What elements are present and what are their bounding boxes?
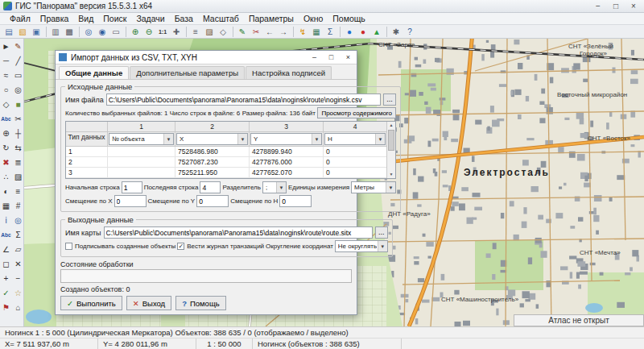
- rounding-select[interactable]: Не округлять▼: [335, 240, 388, 252]
- menu-item[interactable]: Масштаб: [198, 14, 244, 23]
- dialog-minimize-button[interactable]: –: [306, 51, 323, 64]
- flag-tool-icon[interactable]: ⚑: [0, 300, 12, 314]
- new-document-icon[interactable]: ▤: [2, 26, 15, 38]
- print-icon[interactable]: ▥: [49, 26, 62, 38]
- menu-item[interactable]: Файл: [5, 14, 35, 23]
- menu-item[interactable]: База: [170, 14, 198, 23]
- save-icon[interactable]: ▣: [30, 26, 43, 38]
- window-close-button[interactable]: ×: [625, 0, 642, 12]
- scale-1-1-icon[interactable]: 1:1: [156, 26, 169, 38]
- search-object-icon[interactable]: ◉: [96, 26, 109, 38]
- units-select[interactable]: Метры▼: [351, 181, 396, 193]
- help-icon[interactable]: ?: [403, 26, 416, 38]
- nodes-tool-icon[interactable]: ∴: [0, 169, 12, 184]
- line-tool-icon[interactable]: ─: [0, 53, 12, 68]
- offset-h-input[interactable]: [279, 195, 312, 207]
- plus-tool-icon[interactable]: +: [0, 271, 12, 285]
- measure-tool-icon[interactable]: ≣: [12, 155, 24, 169]
- output-browse-button[interactable]: ...: [375, 226, 388, 239]
- dialog-maximize-button[interactable]: □: [323, 51, 340, 64]
- area-tool-icon[interactable]: ▱: [12, 242, 24, 256]
- rotate-tool-icon[interactable]: ↻: [0, 140, 12, 155]
- label-tool-icon[interactable]: Abc: [0, 227, 12, 242]
- zoom-in-icon[interactable]: ⊕: [129, 26, 142, 38]
- star-tool-icon[interactable]: ☆: [12, 285, 24, 300]
- source-browse-button[interactable]: ...: [383, 93, 396, 106]
- transaction-log-checkbox[interactable]: Вести журнал транзакций: [177, 243, 264, 250]
- cut-icon[interactable]: ✂: [250, 26, 262, 38]
- tab-general-data[interactable]: Общие данные: [59, 66, 129, 79]
- table-row[interactable]: 37525211.9504277652.0700: [66, 168, 386, 178]
- object-list-icon[interactable]: ◇: [217, 26, 229, 38]
- merge-tool-icon[interactable]: ⊕: [0, 126, 12, 140]
- search-tool-icon[interactable]: ◎: [12, 213, 24, 227]
- create-object-icon[interactable]: ✎: [236, 26, 249, 38]
- minus-tool-icon[interactable]: −: [12, 271, 24, 285]
- curve-tool-icon[interactable]: ≈: [0, 68, 12, 82]
- table-scrollbar[interactable]: ▲ ▼: [386, 122, 395, 178]
- output-map-input[interactable]: [104, 226, 373, 239]
- page-preview-icon[interactable]: ▩: [63, 26, 76, 38]
- preview-content-button[interactable]: Просмотр содержимого: [317, 107, 396, 118]
- field-select-1[interactable]: № объекта▼: [109, 133, 174, 145]
- delimiter-select[interactable]: ;▼: [262, 181, 287, 193]
- redo-icon[interactable]: →: [277, 26, 290, 38]
- close-tool-icon[interactable]: ✕: [12, 256, 24, 271]
- menu-item[interactable]: Окно: [299, 14, 328, 23]
- table-row[interactable]: 17528486.9804278899.9400: [66, 147, 386, 157]
- cut-tool-icon[interactable]: ✂: [12, 111, 24, 126]
- grid-tool-icon[interactable]: ▦: [0, 198, 12, 213]
- polygon-tool-icon[interactable]: ◇: [0, 97, 12, 111]
- angle-tool-icon[interactable]: ∠: [0, 242, 12, 256]
- zoom-out-icon[interactable]: ⊖: [142, 26, 155, 38]
- start-line-input[interactable]: [122, 181, 142, 193]
- pencil-tool-icon[interactable]: ✎: [12, 39, 24, 53]
- select-frame-icon[interactable]: ▭: [109, 26, 122, 38]
- window-maximize-button[interactable]: □: [607, 0, 625, 12]
- mirror-tool-icon[interactable]: ⇆: [12, 140, 24, 155]
- info-tool-icon[interactable]: i: [0, 213, 12, 227]
- rect-tool-icon[interactable]: ▭: [12, 68, 24, 82]
- field-select-3[interactable]: Y▼: [250, 133, 322, 145]
- calc-icon[interactable]: Σ: [324, 26, 336, 38]
- run-task-icon[interactable]: ↯: [296, 26, 309, 38]
- search-icon[interactable]: ◎: [82, 26, 95, 38]
- dialog-close-button[interactable]: ×: [340, 51, 357, 64]
- menu-item[interactable]: Параметры: [244, 14, 299, 23]
- database-icon[interactable]: ▦: [310, 26, 323, 38]
- end-line-input[interactable]: [200, 181, 221, 193]
- move-tool-icon[interactable]: ┼: [12, 126, 24, 140]
- menu-item[interactable]: Задачи: [131, 14, 169, 23]
- delete-tool-icon[interactable]: ✖: [0, 155, 12, 169]
- hatch-tool-icon[interactable]: ▨: [12, 169, 24, 184]
- settings-icon[interactable]: ✱: [390, 26, 402, 38]
- ellipse-tool-icon[interactable]: ◎: [12, 82, 24, 97]
- offset-x-input[interactable]: [114, 195, 147, 207]
- tab-additional-params[interactable]: Дополнительные параметры: [130, 66, 245, 79]
- tab-label-settings[interactable]: Настройка подписей: [246, 66, 332, 79]
- scrollbar-thumb[interactable]: [388, 130, 394, 151]
- sign-objects-checkbox[interactable]: Подписывать созданные объекты: [65, 243, 175, 250]
- menu-item[interactable]: Правка: [35, 14, 73, 23]
- undo-icon[interactable]: ←: [263, 26, 276, 38]
- map-composition-icon[interactable]: ▨: [203, 26, 216, 38]
- layers-tool-icon[interactable]: ≡: [12, 184, 24, 198]
- pan-icon[interactable]: ✚: [170, 26, 183, 38]
- select-tool-icon[interactable]: ►: [0, 39, 12, 53]
- menu-item[interactable]: Помощь: [328, 14, 370, 23]
- snap-tool-icon[interactable]: #: [12, 198, 24, 213]
- menu-item[interactable]: Вид: [73, 14, 98, 23]
- field-select-2[interactable]: X▼: [176, 133, 248, 145]
- check-tool-icon[interactable]: ✓: [0, 285, 12, 300]
- contrast-tool-icon[interactable]: ◐: [0, 184, 12, 198]
- marker-green-icon[interactable]: ▲: [370, 26, 383, 38]
- status-scale[interactable]: 1 : 50 000: [196, 339, 253, 349]
- marker-red-icon[interactable]: ●: [357, 26, 369, 38]
- layers-icon[interactable]: ≡: [189, 26, 202, 38]
- menu-item[interactable]: Поиск: [98, 14, 131, 23]
- run-button[interactable]: ✓ Выполнить: [60, 296, 122, 310]
- exit-button[interactable]: ✕ Выход: [126, 296, 171, 310]
- source-file-input[interactable]: [106, 93, 381, 106]
- sum-tool-icon[interactable]: Σ: [12, 227, 24, 242]
- offset-y-input[interactable]: [196, 195, 229, 207]
